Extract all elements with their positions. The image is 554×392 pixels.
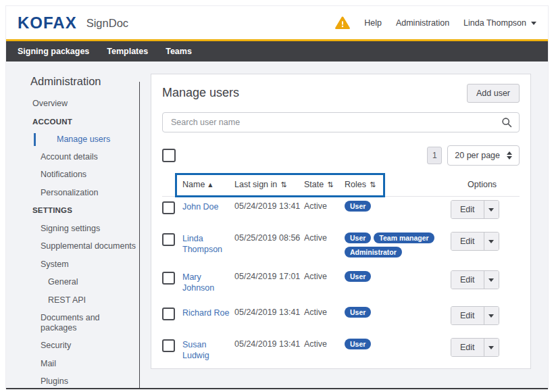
row-checkbox[interactable] xyxy=(162,308,175,320)
column-header-last-sign-in[interactable]: Last sign in ⇅ xyxy=(234,180,304,189)
sidebar-item-mail[interactable]: Mail xyxy=(18,359,138,369)
content-area: Administration Overview ACCOUNT Manage u… xyxy=(6,62,548,389)
chevron-down-icon xyxy=(488,314,494,318)
table-row: Richard Roe 05/24/2019 13:41 Active User… xyxy=(162,303,520,328)
user-menu[interactable]: Linda Thompson xyxy=(463,18,536,28)
sidebar-divider xyxy=(139,82,140,388)
page-title: Manage users xyxy=(162,86,239,100)
main-nav: Signing packages Templates Teams xyxy=(6,41,548,62)
add-user-button[interactable]: Add user xyxy=(467,84,520,103)
chevron-down-icon xyxy=(488,240,494,243)
kofax-logo: KOFAX xyxy=(18,15,77,31)
state-value: Active xyxy=(304,306,345,317)
sidebar-item-supplemental-documents[interactable]: Supplemental documents xyxy=(18,241,138,251)
row-checkbox[interactable] xyxy=(162,272,175,285)
nav-signing-packages[interactable]: Signing packages xyxy=(18,47,89,56)
user-name-link[interactable]: Richard Roe xyxy=(182,306,233,318)
row-checkbox[interactable] xyxy=(162,201,175,214)
sidebar-item-rest-api[interactable]: REST API xyxy=(18,295,138,305)
edit-button[interactable]: Edit xyxy=(451,232,484,250)
role-badge: Administrator xyxy=(345,247,402,258)
chevron-down-icon xyxy=(488,346,494,349)
table-header-row: Name ▲ Last sign in ⇅ State ⇅ Roles ⇅ xyxy=(162,173,520,197)
per-page-select[interactable]: 20 per page xyxy=(447,145,520,166)
nav-templates[interactable]: Templates xyxy=(107,47,148,56)
sidebar-item-manage-users[interactable]: Manage users xyxy=(18,133,138,146)
sidebar-item-security[interactable]: Security xyxy=(18,341,138,351)
sidebar-item-documents-and-packages[interactable]: Documents and packages xyxy=(18,313,138,333)
admin-sidebar: Administration Overview ACCOUNT Manage u… xyxy=(18,75,138,392)
edit-dropdown-button[interactable] xyxy=(484,339,499,356)
table-row: Linda Thompson 05/25/2019 08:56 Active U… xyxy=(162,228,520,261)
chevron-down-icon xyxy=(488,278,494,282)
last-sign-in-value: 05/25/2019 08:56 xyxy=(234,232,304,243)
row-checkbox[interactable] xyxy=(162,233,175,246)
edit-dropdown-button[interactable] xyxy=(484,201,499,218)
sidebar-item-account-details[interactable]: Account details xyxy=(18,152,138,162)
state-value: Active xyxy=(304,270,345,281)
role-badge: Team manager xyxy=(374,232,434,243)
user-name-link[interactable]: Susan Ludwig xyxy=(182,338,234,361)
column-header-state[interactable]: State ⇅ xyxy=(304,180,345,189)
per-page-value: 20 per page xyxy=(455,151,500,160)
user-name-link[interactable]: John Doe xyxy=(182,200,223,212)
column-header-name[interactable]: Name ▲ xyxy=(182,180,234,189)
user-name-link[interactable]: Mary Johnson xyxy=(182,270,234,293)
top-header: KOFAX SignDoc Help Administration Linda … xyxy=(6,6,548,39)
sidebar-item-general[interactable]: General xyxy=(18,277,138,287)
table-row: Mary Johnson 05/24/2019 17:01 Active Use… xyxy=(162,267,520,297)
chevron-down-icon xyxy=(488,208,494,212)
last-sign-in-value: 05/24/2019 13:41 xyxy=(234,306,304,317)
state-value: Active xyxy=(304,232,345,243)
warning-icon[interactable] xyxy=(335,16,350,30)
header-actions: Help Administration Linda Thompson xyxy=(335,16,536,30)
sidebar-section-account: ACCOUNT xyxy=(18,117,138,127)
page-number-button[interactable]: 1 xyxy=(427,147,442,164)
product-name: SignDoc xyxy=(86,17,128,30)
column-header-options: Options xyxy=(451,180,520,189)
role-badge: User xyxy=(345,232,371,243)
nav-teams[interactable]: Teams xyxy=(166,47,192,56)
signdoc-app: KOFAX SignDoc Help Administration Linda … xyxy=(0,0,554,392)
sort-both-icon: ⇅ xyxy=(327,180,333,189)
per-page-spinner-icon xyxy=(507,151,512,160)
user-name-link[interactable]: Linda Thompson xyxy=(182,232,234,255)
sort-both-icon: ⇅ xyxy=(280,180,286,189)
app-frame: KOFAX SignDoc Help Administration Linda … xyxy=(5,5,549,389)
sidebar-item-system[interactable]: System xyxy=(18,260,138,270)
edit-dropdown-button[interactable] xyxy=(484,307,499,324)
select-all-checkbox[interactable] xyxy=(162,149,176,162)
state-value: Active xyxy=(304,200,345,211)
sidebar-item-notifications[interactable]: Notifications xyxy=(18,170,138,180)
sidebar-item-personalization[interactable]: Personalization xyxy=(18,188,138,198)
edit-button[interactable]: Edit xyxy=(451,339,484,356)
administration-link[interactable]: Administration xyxy=(396,18,449,28)
sidebar-item-plugins[interactable]: Plugins xyxy=(18,376,138,387)
row-checkbox[interactable] xyxy=(162,339,175,352)
user-name: Linda Thompson xyxy=(463,18,526,28)
sort-both-icon: ⇅ xyxy=(370,180,376,189)
last-sign-in-value: 05/24/2019 17:01 xyxy=(234,270,304,281)
last-sign-in-value: 05/24/2019 13:41 xyxy=(234,338,304,349)
table-row: Susan Ludwig 05/24/2019 13:41 Active Use… xyxy=(162,335,520,364)
edit-dropdown-button[interactable] xyxy=(484,232,499,250)
role-badge: User xyxy=(345,271,371,282)
role-badge: User xyxy=(345,339,371,349)
chevron-down-icon xyxy=(531,22,536,25)
sidebar-item-signing-settings[interactable]: Signing settings xyxy=(18,224,138,234)
help-link[interactable]: Help xyxy=(364,18,382,28)
edit-button[interactable]: Edit xyxy=(451,271,484,289)
role-badge: User xyxy=(345,201,371,212)
edit-dropdown-button[interactable] xyxy=(484,271,499,289)
sidebar-title: Administration xyxy=(18,75,138,88)
last-sign-in-value: 05/24/2019 13:41 xyxy=(234,200,304,211)
search-input[interactable] xyxy=(162,112,520,132)
sidebar-item-overview[interactable]: Overview xyxy=(18,99,138,109)
table-row: John Doe 05/24/2019 13:41 Active User Ed… xyxy=(162,197,520,222)
column-header-roles[interactable]: Roles ⇅ xyxy=(345,180,451,189)
role-badge: User xyxy=(345,307,371,318)
search-icon[interactable] xyxy=(501,117,512,130)
edit-button[interactable]: Edit xyxy=(451,201,484,218)
manage-users-panel: Manage users Add user 1 xyxy=(151,74,531,369)
edit-button[interactable]: Edit xyxy=(451,307,484,324)
